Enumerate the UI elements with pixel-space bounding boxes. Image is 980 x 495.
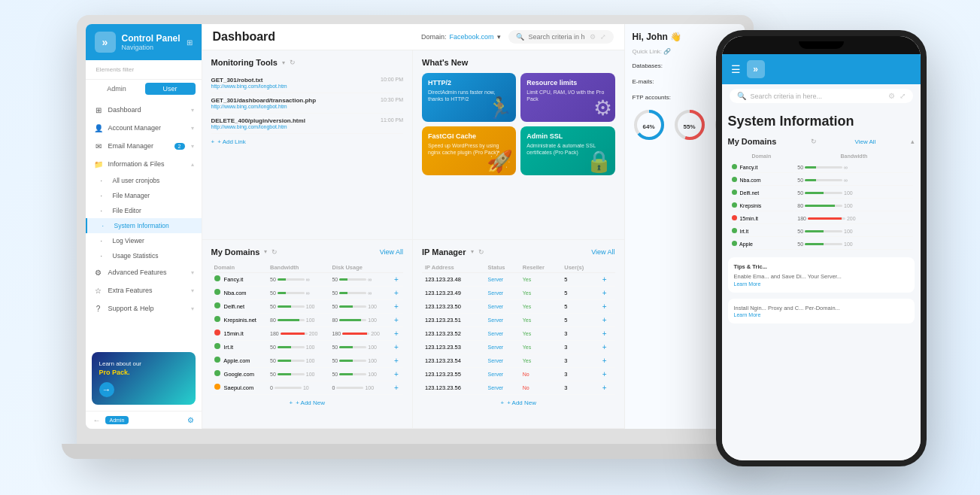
phone-menu-icon[interactable]: ☰ [731,63,741,75]
sidebar-title: Control Panel [122,33,181,44]
news-card-http2[interactable]: HTTP/2 DirectAdmin runs faster now, than… [422,73,516,122]
domain-add-cell[interactable]: + [391,381,403,394]
sidebar-item-extra-features[interactable]: ☆ Extra Features ▾ [86,281,202,299]
ip-status-cell: Server [485,367,520,381]
ip-add-cell[interactable]: + [599,340,615,354]
domains-col-bandwidth: Bandwidth [267,263,329,273]
whats-new-grid: HTTP/2 DirectAdmin runs faster now, than… [422,73,615,175]
monitoring-refresh-icon[interactable]: ↻ [290,59,296,66]
monitoring-item-1-url[interactable]: http://www.bing.com/longbot.htm [211,84,287,89]
email-badge: 2 [174,143,185,150]
domain-add-cell[interactable]: + [391,354,403,367]
sidebar-item-file-editor[interactable]: · File Editor [86,203,202,218]
sidebar-item-email-manager[interactable]: ✉ Email Manager 2 ▾ [86,137,202,155]
domain-add-cell[interactable]: + [391,326,403,340]
domain-name-cell: Nba.com [211,286,267,299]
ip-add-cell[interactable]: + [599,299,615,313]
sidebar-item-dashboard[interactable]: ⊞ Dashboard ▾ [86,101,202,119]
domain-value[interactable]: Facebook.com [449,33,493,41]
ip-add-cell[interactable]: + [599,313,615,326]
sidebar-item-support-help[interactable]: ? Support & Help ▾ [86,299,202,317]
tab-admin[interactable]: Admin [92,83,142,95]
domain-name-cell: Fancy.it [211,272,267,286]
whats-new-panel: What's New HTTP/2 DirectAdmin runs faste… [413,50,624,240]
my-domains-refresh-icon[interactable]: ↻ [272,248,278,256]
monitoring-item-2-url[interactable]: http://www.bing.com/longbot.htm [211,104,317,109]
ip-manager-refresh-icon[interactable]: ↻ [478,248,484,256]
domain-selector[interactable]: Domain: Facebook.com ▾ [421,33,501,41]
ring-1-label: 64% [642,123,654,130]
monitoring-items: GET_301/robot.txt http://www.bing.com/lo… [211,73,404,134]
add-link-button[interactable]: + + Add Link [211,138,404,145]
my-domains-view-all[interactable]: View All [380,248,403,256]
sidebar-item-system-info[interactable]: · System Information [86,218,202,233]
whats-new-header: What's New [422,58,615,67]
news-card-admin-ssl[interactable]: Admin SSL Administrate & automate SSL ce… [520,126,614,175]
news-card-resource-limits[interactable]: Resource limits Limit CPU, RAM, I/O with… [520,73,614,122]
ip-add-cell[interactable]: + [599,354,615,367]
sidebar-item-usage-stats[interactable]: · Usage Statistics [86,248,202,263]
monitoring-item-3-url[interactable]: http://www.bing.com/longbot.htm [211,124,305,129]
search-bar[interactable]: 🔍 ⚙ ⤢ [508,30,614,44]
ip-address-cell: 123.123.23.54 [422,354,485,367]
phone-view-all[interactable]: View All [855,138,876,145]
sidebar-item-account-manager[interactable]: 👤 Account Manager ▾ [86,119,202,137]
ip-add-cell[interactable]: + [599,367,615,381]
expand-icon[interactable]: ⤢ [600,33,606,41]
ip-reseller-cell: No [520,367,562,381]
domain-add-cell[interactable]: + [391,272,403,286]
tips-learn-more-1[interactable]: Learn More [734,281,909,287]
phone-domain-name: 15min.lt [730,213,794,224]
domain-name-cell: Irt.lt [211,340,267,354]
table-row: 15min.lt 180 200 180 200 + [211,326,404,340]
ip-status-cell: Server [485,313,520,326]
phone-chevron-up-icon: ▴ [911,138,915,145]
phone-expand-icon[interactable]: ⤢ [900,92,906,100]
tips-learn-more-2[interactable]: Learn More [734,312,909,317]
tips-text-1: Enable Ema... and Save Di... Your Server… [734,273,909,281]
search-input[interactable] [529,33,585,41]
ip-add-cell[interactable]: + [599,381,615,394]
ip-add-cell[interactable]: + [599,326,615,340]
promo-arrow-button[interactable]: → [99,382,114,397]
chevron-down-icon4: ▾ [191,269,194,276]
table-row: Delfi.net 50 100 50 100 + [211,299,404,313]
sidebar-item-information-files[interactable]: 📁 Information & Files ▴ [86,155,202,173]
tab-user[interactable]: User [145,83,196,95]
news-card-fastcgi[interactable]: FastCGI Cache Speed up WordPress by usin… [422,126,516,175]
domains-add-new-button[interactable]: + + Add New [211,395,404,411]
phone-filter-icon[interactable]: ⚙ [888,92,895,100]
sidebar-bottom: ← Admin ⚙ [86,411,202,429]
my-domains-chevron-icon: ▾ [264,248,267,255]
phone-domain-bw: 80 100 [795,200,912,211]
sidebar-tabs: Elements filter [86,60,202,80]
ip-reseller-cell: Yes [520,299,562,313]
ip-manager-header: IP Manager ▾ ↻ View All [422,247,615,257]
sidebar-item-log-viewer[interactable]: · Log Viewer [86,233,202,248]
tips-box-2: Install Ngin... Proxy and C... Per-Domai… [728,299,915,324]
ip-manager-view-all[interactable]: View All [591,248,614,256]
domain-add-cell[interactable]: + [391,367,403,381]
table-row: 123.123.23.55 Server No 3 + [422,367,615,381]
phone-domain-bw: 50 100 [795,238,912,250]
domain-add-cell[interactable]: + [391,286,403,299]
ip-reseller-cell: Yes [520,286,562,299]
filter-icon[interactable]: ⚙ [590,33,596,41]
phone-domains-table: Domain Bandwidth Fancy.it 50 ∞ [728,150,915,251]
ip-add-cell[interactable]: + [599,286,615,299]
phone-search[interactable]: 🔍 Search criteria in here... ⚙ ⤢ [730,89,913,103]
domain-add-cell[interactable]: + [391,340,403,354]
sidebar-item-advanced-features[interactable]: ⚙ Advanced Features ▾ [86,263,202,281]
ip-add-cell[interactable]: + [599,272,615,286]
sidebar-item-files-label: Information & Files [108,160,165,168]
phone-refresh-icon[interactable]: ↻ [811,138,817,145]
file-editor-icon: · [101,207,108,214]
domain-add-cell[interactable]: + [391,299,403,313]
usage-stats-icon: · [101,252,108,260]
domain-add-cell[interactable]: + [391,313,403,326]
sidebar-item-cronjobs[interactable]: · All user cronjobs [86,173,202,188]
sidebar-item-file-manager[interactable]: · File Manager [86,188,202,203]
ip-address-cell: 123.123.23.53 [422,340,485,354]
main-header: Dashboard Domain: Facebook.com ▾ 🔍 ⚙ ⤢ [202,24,624,50]
ip-add-new-button[interactable]: + + Add New [422,395,615,411]
